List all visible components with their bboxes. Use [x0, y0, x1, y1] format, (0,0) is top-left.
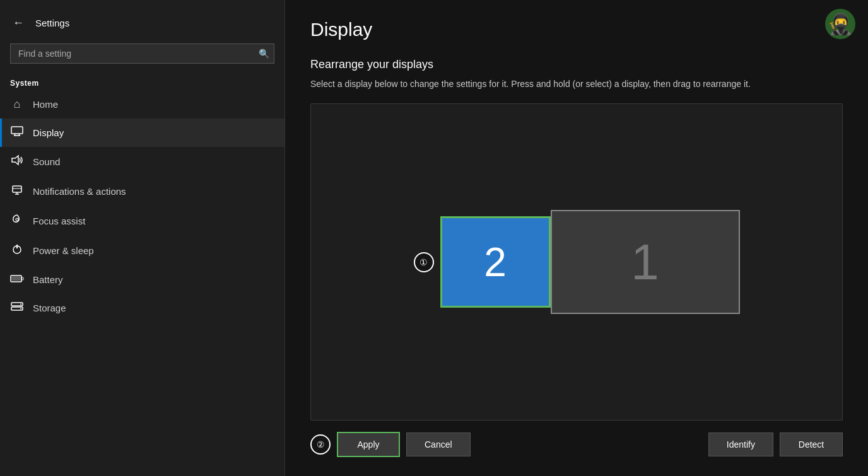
system-label: System: [0, 74, 284, 90]
sidebar-item-notifications[interactable]: Notifications & actions: [0, 177, 284, 206]
storage-icon: [10, 301, 24, 315]
svg-rect-14: [12, 277, 21, 281]
sidebar-header: ← Settings: [0, 8, 284, 41]
home-icon: ⌂: [10, 98, 24, 111]
sidebar-item-label-focus: Focus assist: [33, 216, 85, 226]
notifications-icon: [10, 184, 24, 199]
svg-point-17: [20, 304, 21, 305]
display-icon: [10, 126, 24, 139]
sidebar-item-label-sound: Sound: [33, 156, 60, 167]
search-input[interactable]: [10, 44, 274, 64]
svg-marker-4: [12, 156, 18, 165]
settings-title: Settings: [35, 18, 69, 28]
cancel-button[interactable]: Cancel: [406, 432, 471, 456]
monitor-display-1[interactable]: 1: [551, 210, 740, 314]
search-box: 🔍: [10, 44, 274, 64]
action-bar: ② Apply Cancel Identify Detect: [310, 432, 843, 457]
sidebar-item-label-battery: Battery: [33, 274, 63, 285]
sound-icon: [10, 154, 24, 169]
sidebar-item-home[interactable]: ⌂ Home: [0, 90, 284, 119]
avatar: 🥷: [825, 9, 855, 39]
sidebar-item-focus-assist[interactable]: Focus assist: [0, 206, 284, 236]
sidebar-item-battery[interactable]: Battery: [0, 265, 284, 294]
svg-point-9: [16, 218, 18, 221]
monitor-display-2[interactable]: 2: [440, 216, 551, 308]
action-badge-2: ②: [310, 434, 331, 455]
section-title: Rearrange your displays: [310, 58, 843, 71]
sidebar-item-label-power: Power & sleep: [33, 245, 94, 256]
back-button[interactable]: ←: [10, 14, 26, 32]
display-arrangement-area: ① 2 1: [310, 103, 843, 421]
apply-button[interactable]: Apply: [337, 432, 400, 457]
sidebar-item-display[interactable]: Display: [0, 119, 284, 147]
main-content: 🥷 Display Rearrange your displays Select…: [285, 0, 868, 476]
svg-rect-5: [13, 186, 21, 192]
power-icon: [10, 243, 24, 258]
monitor-1-label: 1: [631, 233, 659, 291]
svg-point-18: [20, 308, 21, 310]
sidebar: ← Settings 🔍 System ⌂ Home Display: [0, 0, 285, 476]
detect-button[interactable]: Detect: [780, 432, 843, 456]
sidebar-item-label-storage: Storage: [33, 303, 66, 313]
sidebar-item-sound[interactable]: Sound: [0, 147, 284, 177]
identify-button[interactable]: Identify: [708, 432, 773, 456]
focus-assist-icon: [10, 214, 24, 228]
sidebar-item-label-notifications: Notifications & actions: [33, 186, 126, 197]
sidebar-item-storage[interactable]: Storage: [0, 294, 284, 322]
monitor-2-label: 2: [484, 239, 507, 286]
battery-icon: [10, 273, 24, 286]
avatar-area: 🥷: [825, 9, 855, 39]
page-title: Display: [310, 19, 843, 40]
monitor-badge-1: ①: [414, 252, 434, 272]
svg-rect-13: [21, 277, 23, 280]
svg-rect-0: [11, 127, 23, 134]
sidebar-item-label-home: Home: [33, 99, 58, 110]
sidebar-item-power[interactable]: Power & sleep: [0, 236, 284, 265]
section-description: Select a display below to change the set…: [310, 78, 843, 91]
search-icon[interactable]: 🔍: [259, 49, 269, 59]
sidebar-item-label-display: Display: [33, 127, 64, 138]
monitor-container: ① 2 1: [414, 210, 740, 314]
